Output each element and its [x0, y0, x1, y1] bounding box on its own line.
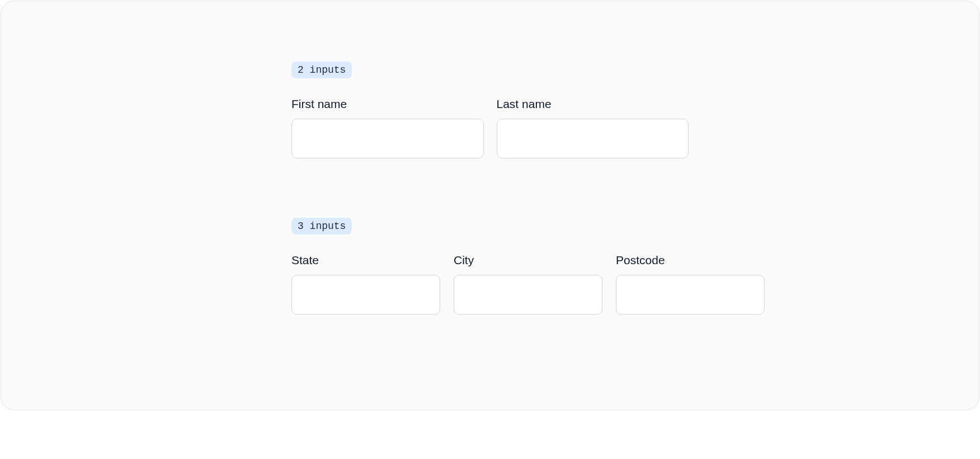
field-last-name: Last name	[497, 97, 689, 158]
demo-panel: 2 inputs First name Last name 3 inputs S…	[1, 1, 979, 410]
label-last-name: Last name	[497, 97, 689, 111]
field-postcode: Postcode	[616, 254, 765, 315]
section-3-inputs: 3 inputs State City Postcode	[291, 218, 689, 315]
state-input[interactable]	[291, 275, 440, 315]
badge-3-inputs: 3 inputs	[291, 218, 352, 235]
label-city: City	[454, 254, 602, 267]
input-row-3: State City Postcode	[291, 254, 689, 315]
content: 2 inputs First name Last name 3 inputs S…	[291, 62, 689, 374]
badge-2-inputs: 2 inputs	[291, 62, 352, 78]
label-state: State	[291, 254, 440, 267]
field-first-name: First name	[291, 97, 484, 158]
field-state: State	[291, 254, 440, 315]
label-first-name: First name	[291, 97, 484, 111]
label-postcode: Postcode	[616, 254, 765, 267]
field-city: City	[454, 254, 602, 315]
section-2-inputs: 2 inputs First name Last name	[291, 62, 689, 158]
input-row-2: First name Last name	[291, 97, 689, 158]
last-name-input[interactable]	[497, 119, 689, 158]
city-input[interactable]	[454, 275, 602, 315]
postcode-input[interactable]	[616, 275, 765, 315]
first-name-input[interactable]	[291, 119, 484, 158]
